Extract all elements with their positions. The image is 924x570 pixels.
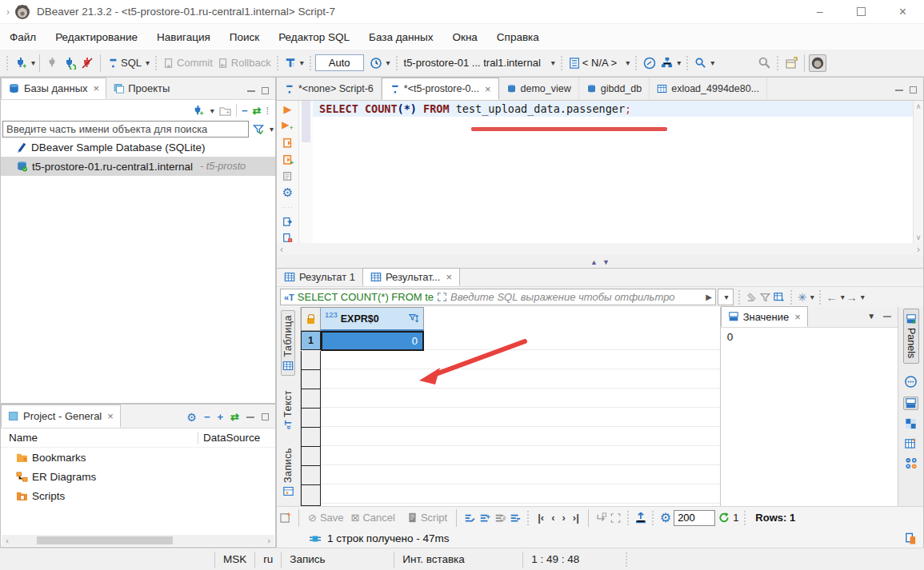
close-icon[interactable]: × (485, 83, 491, 95)
expand-filter-icon[interactable] (437, 292, 447, 302)
panels-tab[interactable]: ✳ Panels (903, 309, 919, 364)
save-button[interactable]: ⊘Save (306, 512, 346, 524)
window-maximize-icon[interactable] (857, 7, 866, 16)
tab-result-1[interactable]: Результат 1 (277, 268, 362, 286)
export-result-icon[interactable] (282, 217, 294, 227)
tab-script-7[interactable]: *<t5-prostore-0... × (382, 78, 499, 100)
value-content[interactable]: 0 (721, 328, 898, 506)
dashboard-button[interactable] (641, 55, 658, 71)
settings-gear-icon[interactable]: ⚙ (282, 186, 293, 198)
copy-source-icon[interactable] (905, 532, 917, 545)
new-folder-icon[interactable]: + (219, 106, 231, 116)
network-topology-button[interactable]: ▾ (658, 55, 683, 70)
menu-help[interactable]: Справка (497, 31, 539, 43)
tree-item-scripts[interactable]: Scripts (1, 486, 275, 505)
add-row-icon[interactable]: + (478, 512, 491, 524)
timezone-indicator[interactable]: MSK (215, 553, 254, 565)
clear-filter-icon[interactable] (746, 291, 758, 303)
execute-script-new-tab-icon[interactable]: + (282, 154, 294, 165)
nav-back-icon[interactable]: ← (826, 291, 838, 304)
menu-sql-editor[interactable]: Редактор SQL (278, 31, 350, 43)
project-horizontal-scrollbar[interactable]: ‹ › (2, 535, 274, 546)
commit-mode-button[interactable]: Auto (315, 54, 364, 71)
restore-chevron-icon[interactable]: › (6, 6, 10, 18)
filter-history-dropdown[interactable]: ▾ (718, 289, 734, 305)
collapse-all-icon[interactable]: − (242, 105, 248, 117)
value-viewer-icon[interactable] (905, 398, 917, 409)
cancel-button[interactable]: ⊠Cancel (349, 512, 398, 524)
menu-file[interactable]: Файл (10, 31, 36, 43)
settings-gear-icon[interactable]: ⚙ (660, 512, 671, 524)
edit-cell-icon[interactable] (463, 512, 476, 524)
open-perspective-button[interactable] (782, 55, 800, 71)
script-button[interactable]: Script (405, 512, 450, 524)
filter-dropdown-icon[interactable]: ▾ (270, 125, 274, 134)
grouping-panel-icon[interactable]: + (905, 437, 917, 449)
tab-gibdd-db[interactable]: gibdd_db (579, 78, 650, 100)
refresh-icon[interactable] (718, 512, 730, 524)
editor-results-sash[interactable]: ▲ ▼ (277, 255, 923, 269)
tab-demo-view[interactable]: demo_view (499, 78, 579, 100)
open-in-new-window-icon[interactable]: + (280, 512, 292, 524)
transaction-log-button[interactable]: ▾ (282, 55, 306, 70)
tab-script-6[interactable]: *<none> Script-6 (277, 78, 382, 100)
metadata-panel-icon[interactable] (904, 375, 918, 389)
new-connection-button[interactable]: + (12, 55, 30, 71)
panel-maximize-icon[interactable] (262, 87, 269, 94)
execute-statement-icon[interactable]: ▶ (284, 104, 292, 114)
scrollbar-thumb[interactable] (37, 536, 173, 544)
dbeaver-perspective-icon[interactable] (809, 54, 826, 72)
sql-code-area[interactable]: SELECT COUNT(*) FROM test_upload_data.pa… (313, 101, 913, 243)
tab-exload[interactable]: exload_4994de80... (650, 78, 767, 100)
tab-value[interactable]: Значение × (721, 306, 808, 327)
selected-cell-expr0[interactable]: 0 (321, 331, 424, 351)
view-menu-icon[interactable]: ⁞ (266, 105, 269, 117)
editor-vertical-scrollbar[interactable]: ∧ ∨ (913, 101, 923, 243)
tree-item-er-diagrams[interactable]: ER Diagrams (1, 467, 275, 486)
tree-item-sample-database[interactable]: DBeaver Sample Database (SQLite) (1, 138, 275, 157)
disconnect-button[interactable] (78, 55, 96, 71)
tab-projects[interactable]: Проекты (106, 78, 176, 99)
sql-editor-button[interactable]: SQL ▾ (105, 55, 152, 70)
search-metadata-button[interactable]: ▾ (692, 55, 717, 70)
nav-forward-icon[interactable]: → (846, 291, 858, 304)
explain-plan-icon[interactable] (282, 171, 294, 181)
window-close-icon[interactable]: × (899, 7, 906, 16)
active-schema-selector[interactable]: < N/A > ▾ (566, 55, 632, 70)
fetch-size-input[interactable] (674, 510, 715, 526)
next-row-button[interactable]: › (559, 512, 567, 524)
tab-result-2[interactable]: Результат... × (362, 268, 460, 286)
execute-script-icon[interactable] (282, 138, 294, 149)
last-row-button[interactable]: ›| (570, 512, 582, 524)
panels-config-icon[interactable]: ✳ (798, 292, 807, 303)
sql-line-1[interactable]: SELECT COUNT(*) FROM test_upload_data.pa… (313, 101, 913, 117)
reconnect-button[interactable] (61, 55, 78, 71)
editor-maximize-icon[interactable] (910, 86, 917, 94)
menu-navigate[interactable]: Навигация (157, 31, 210, 43)
close-icon[interactable]: × (94, 82, 100, 94)
column-filter-sort-icon[interactable] (409, 313, 419, 324)
connect-button[interactable] (44, 55, 61, 70)
row-number-1[interactable]: 1 (301, 331, 321, 350)
window-minimize-icon[interactable]: – (817, 7, 823, 16)
column-datasource[interactable]: DataSource (198, 432, 275, 444)
apply-filter-icon[interactable]: ▶ (706, 293, 712, 301)
transaction-history-button[interactable]: ▾ (367, 55, 393, 71)
tab-databases[interactable]: Базы данных × (1, 78, 106, 99)
fetch-next-page-icon[interactable] (595, 512, 607, 524)
tree-item-t5-prostore[interactable]: t5-prostore-01.ru-central1.internal - t5… (1, 157, 275, 176)
first-row-button[interactable]: |‹ (535, 512, 546, 524)
previous-row-button[interactable]: ‹ (549, 512, 557, 524)
tree-item-bookmarks[interactable]: Bookmarks (1, 448, 275, 467)
column-header-expr0[interactable]: 123 EXPR$0 (321, 307, 424, 331)
presentation-tab-record[interactable]: Запись (282, 444, 294, 500)
result-grid[interactable]: 123 EXPR$0 1 0 (301, 307, 720, 506)
menu-search[interactable]: Поиск (230, 31, 259, 43)
rollback-button[interactable]: Rollback (215, 55, 274, 70)
export-data-icon[interactable] (635, 512, 646, 524)
caret-position[interactable]: 1 : 49 : 48 (523, 553, 611, 565)
grid-corner-cell[interactable] (301, 307, 321, 331)
quick-search-button[interactable] (755, 54, 774, 71)
save-filter-icon[interactable]: + (773, 292, 786, 303)
value-menu-icon[interactable]: ▼ (867, 312, 875, 321)
